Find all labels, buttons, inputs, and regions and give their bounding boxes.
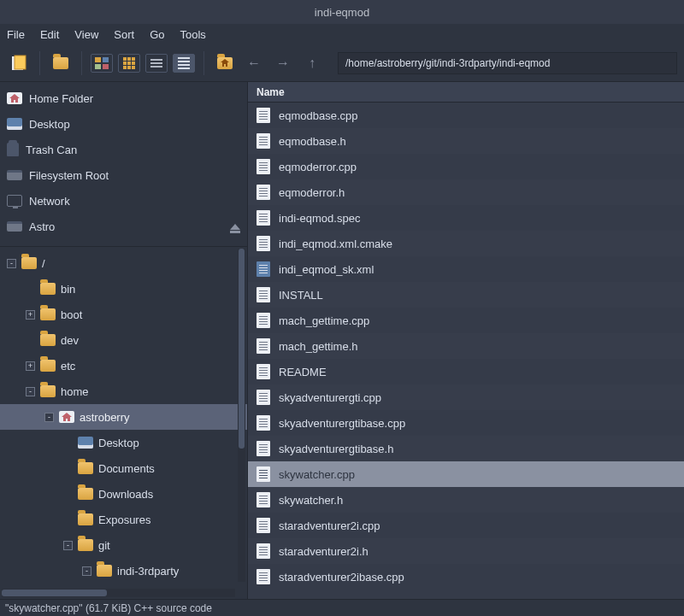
tree-label: etc: [61, 360, 75, 373]
main-area: Home FolderDesktopTrash CanFilesystem Ro…: [0, 82, 684, 599]
tree-item[interactable]: +boot: [0, 302, 247, 327]
title-bar: indi-eqmod: [0, 0, 684, 24]
file-row[interactable]: indi-eqmod.spec: [248, 205, 684, 231]
tree-expander[interactable]: -: [7, 259, 16, 268]
drive-icon: [7, 170, 22, 180]
file-icon: [256, 338, 270, 354]
tree-expander[interactable]: -: [63, 541, 73, 550]
tree-item[interactable]: -astroberry: [0, 404, 247, 430]
tree-item[interactable]: Documents: [0, 455, 247, 481]
tree-item[interactable]: Exposures: [0, 507, 247, 532]
eject-button[interactable]: [230, 224, 240, 230]
tree-expander[interactable]: -: [44, 413, 54, 422]
menu-file[interactable]: File: [7, 28, 25, 41]
file-row[interactable]: skyadventurergti.cpp: [248, 384, 684, 410]
file-name: skyadventurergti.cpp: [279, 391, 381, 404]
file-icon: [256, 261, 270, 277]
tree-item[interactable]: bin: [0, 276, 247, 302]
file-icon: [256, 287, 270, 302]
place-trash[interactable]: Trash Can: [0, 137, 247, 162]
location-text: /home/astroberry/git/indi-3rdparty/indi-…: [345, 57, 550, 69]
folder-icon: [78, 539, 93, 551]
up-button[interactable]: ↑: [300, 51, 324, 75]
menu-go[interactable]: Go: [150, 28, 164, 41]
menu-edit[interactable]: Edit: [40, 28, 59, 41]
file-row[interactable]: skywatcher.cpp: [248, 461, 684, 487]
file-icon: [256, 159, 270, 174]
tree-expander[interactable]: -: [82, 566, 91, 576]
folder-icon: [97, 565, 112, 577]
tree-item[interactable]: -/: [0, 250, 247, 276]
tree-label: Desktop: [98, 437, 139, 449]
tree-hscroll[interactable]: [2, 589, 235, 597]
file-row[interactable]: eqmoderror.h: [248, 179, 684, 205]
tree-label: Documents: [98, 462, 155, 475]
view-icons-button[interactable]: [91, 54, 113, 73]
file-row[interactable]: skyadventurergtibase.h: [248, 436, 684, 461]
tree-item[interactable]: dev: [0, 327, 247, 353]
file-row[interactable]: indi_eqmod_sk.xml: [248, 256, 684, 282]
tree-item[interactable]: Downloads: [0, 481, 247, 507]
home-icon: [7, 92, 22, 104]
tree-item[interactable]: -indi-3rdparty: [0, 558, 247, 584]
tree-item[interactable]: -git: [0, 532, 247, 558]
file-row[interactable]: eqmodbase.cpp: [248, 103, 684, 128]
file-row[interactable]: eqmoderror.cpp: [248, 154, 684, 179]
tree-label: /: [42, 257, 45, 270]
tree-expander[interactable]: -: [26, 387, 35, 396]
file-row[interactable]: skyadventurergtibase.cpp: [248, 410, 684, 436]
place-label: Filesystem Root: [29, 169, 109, 182]
file-row[interactable]: staradventurer2i.cpp: [248, 513, 684, 538]
place-network[interactable]: Network: [0, 188, 247, 214]
menu-view[interactable]: View: [74, 28, 98, 41]
tree-vscroll[interactable]: [238, 249, 245, 582]
place-desktop[interactable]: Desktop: [0, 111, 247, 137]
open-folder-button[interactable]: [49, 51, 73, 75]
view-detail-button[interactable]: [173, 54, 195, 73]
home-button[interactable]: [213, 51, 237, 75]
new-tab-button[interactable]: [7, 51, 31, 75]
tree-label: indi-3rdparty: [117, 565, 179, 578]
file-row[interactable]: indi_eqmod.xml.cmake: [248, 231, 684, 256]
file-name: indi_eqmod.xml.cmake: [279, 238, 392, 250]
forward-button[interactable]: →: [271, 51, 295, 75]
scroll-thumb[interactable]: [239, 249, 245, 449]
file-row[interactable]: README: [248, 359, 684, 384]
file-row[interactable]: INSTALL: [248, 282, 684, 308]
folder-icon: [78, 462, 93, 474]
file-row[interactable]: staradventurer2ibase.cpp: [248, 564, 684, 590]
file-icon: [256, 569, 270, 584]
file-name: eqmoderror.cpp: [279, 161, 357, 173]
tree-label: bin: [61, 283, 75, 296]
place-astro[interactable]: Astro: [0, 214, 247, 239]
tree-item[interactable]: Desktop: [0, 430, 247, 455]
view-compact-button[interactable]: [118, 54, 140, 73]
location-input[interactable]: /home/astroberry/git/indi-3rdparty/indi-…: [338, 52, 677, 74]
file-icon: [256, 543, 270, 559]
file-icon: [256, 185, 270, 200]
file-row[interactable]: mach_gettime.h: [248, 333, 684, 359]
menu-tools[interactable]: Tools: [180, 28, 206, 41]
file-row[interactable]: staradventurer2i.h: [248, 538, 684, 564]
folder-icon: [78, 513, 93, 525]
tree-item[interactable]: +etc: [0, 353, 247, 378]
file-icon: [256, 133, 270, 149]
file-row[interactable]: skywatcher.h: [248, 487, 684, 513]
file-row[interactable]: mach_gettime.cpp: [248, 308, 684, 333]
back-button[interactable]: ←: [242, 51, 266, 75]
menu-sort[interactable]: Sort: [114, 28, 134, 41]
file-name: eqmodbase.h: [279, 135, 346, 148]
file-row[interactable]: eqmodbase.h: [248, 128, 684, 154]
desktop-icon: [7, 118, 22, 130]
place-home[interactable]: Home Folder: [0, 85, 247, 111]
place-label: Trash Can: [26, 144, 77, 156]
tree-expander[interactable]: +: [26, 310, 35, 320]
view-list-button[interactable]: [145, 54, 168, 73]
place-fsroot[interactable]: Filesystem Root: [0, 162, 247, 188]
status-bar: "skywatcher.cpp" (61.7 KiB) C++ source c…: [0, 599, 684, 616]
scroll-thumb[interactable]: [2, 590, 107, 596]
column-header-name[interactable]: Name: [248, 82, 684, 103]
tree-item[interactable]: -home: [0, 378, 247, 404]
tree-expander[interactable]: +: [26, 361, 35, 371]
file-icon: [256, 210, 270, 226]
